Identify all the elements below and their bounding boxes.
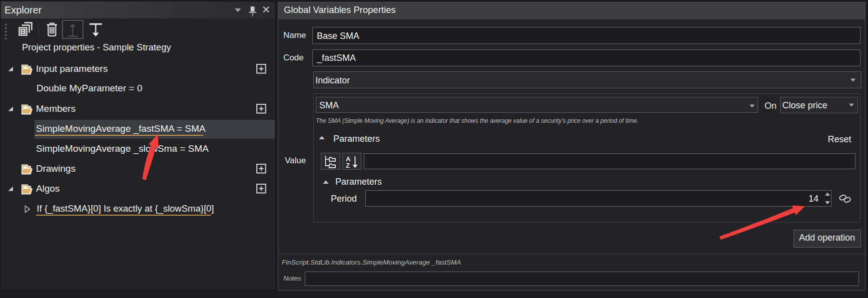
svg-text:Z: Z (346, 162, 350, 168)
